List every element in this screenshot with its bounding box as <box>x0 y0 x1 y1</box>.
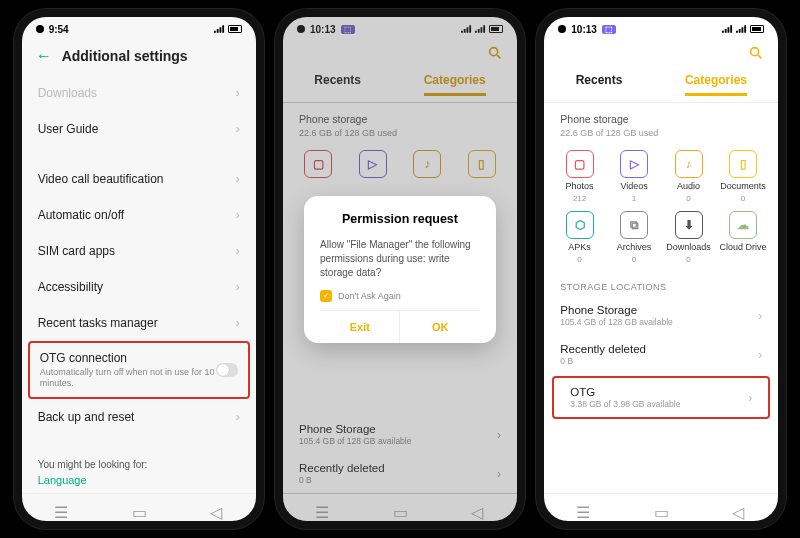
otg-toggle[interactable] <box>216 363 238 377</box>
phone-filemanager-dialog: 10:13⬚ Recents Categories Phone storage … <box>275 9 525 529</box>
category-count: 0 <box>741 194 745 203</box>
chevron-right-icon: › <box>236 208 240 222</box>
category-count: 212 <box>573 194 586 203</box>
category-icon: ♪ <box>675 150 703 178</box>
row-otg-connection[interactable]: OTG connection Automatically turn off wh… <box>30 343 248 397</box>
category-count: 1 <box>632 194 636 203</box>
category-label: Archives <box>617 242 652 252</box>
checkbox-label: Don't Ask Again <box>338 291 401 301</box>
chevron-right-icon: › <box>236 172 240 186</box>
row-user-guide[interactable]: User Guide› <box>22 111 256 147</box>
camera-hole <box>558 25 566 33</box>
chevron-right-icon: › <box>758 309 762 323</box>
search-icon[interactable] <box>748 45 764 61</box>
category-label: Downloads <box>666 242 711 252</box>
svg-point-1 <box>751 48 759 56</box>
dialog-message: Allow "File Manager" the following permi… <box>320 238 480 280</box>
chevron-right-icon: › <box>236 244 240 258</box>
battery-icon <box>750 25 764 33</box>
signal-icon <box>722 25 733 33</box>
settings-list: Downloads› User Guide› Video call beauti… <box>22 75 256 493</box>
category-label: Cloud Drive <box>720 242 767 252</box>
loc-phone-storage[interactable]: Phone Storage105.4 GB of 128 GB availabl… <box>544 296 778 335</box>
clock: 9:54 <box>49 24 69 35</box>
screen: 9:54 ← Additional settings Downloads› Us… <box>22 17 256 521</box>
footer-link-language[interactable]: Language <box>22 474 256 486</box>
exit-button[interactable]: Exit <box>320 311 399 343</box>
screen: 10:13⬚ Recents Categories Phone storage … <box>283 17 517 521</box>
phone-settings: 9:54 ← Additional settings Downloads› Us… <box>14 9 264 529</box>
dialog-checkbox-row[interactable]: ✓ Don't Ask Again <box>320 290 480 302</box>
footer-hint: You might be looking for: <box>22 449 256 474</box>
category-cloud-drive[interactable]: ☁Cloud Drive <box>718 211 769 264</box>
category-icon: ▢ <box>566 150 594 178</box>
chevron-right-icon: › <box>758 348 762 362</box>
row-downloads[interactable]: Downloads› <box>22 75 256 111</box>
status-bar: 9:54 <box>22 17 256 41</box>
row-sim-apps[interactable]: SIM card apps› <box>22 233 256 269</box>
screen: 10:13⬚ Recents Categories Phone storage … <box>544 17 778 521</box>
category-count: 0 <box>686 255 690 264</box>
nav-back-icon[interactable]: ◁ <box>210 503 224 513</box>
category-icon: ▯ <box>729 150 757 178</box>
chevron-right-icon: › <box>236 86 240 100</box>
loc-otg[interactable]: OTG3.38 GB of 3.98 GB available› <box>554 378 768 417</box>
permission-dialog: Permission request Allow "File Manager" … <box>304 196 496 343</box>
category-count: 0 <box>632 255 636 264</box>
category-label: APKs <box>568 242 591 252</box>
modal-overlay: Permission request Allow "File Manager" … <box>283 17 517 521</box>
highlight-otg: OTG connection Automatically turn off wh… <box>28 341 250 399</box>
category-icon: ⬇ <box>675 211 703 239</box>
chevron-right-icon: › <box>236 122 240 136</box>
dialog-title: Permission request <box>320 212 480 226</box>
category-photos[interactable]: ▢Photos212 <box>554 150 605 203</box>
otg-title: OTG connection <box>40 351 216 365</box>
category-icon: ▷ <box>620 150 648 178</box>
row-recent-tasks[interactable]: Recent tasks manager› <box>22 305 256 341</box>
tab-categories[interactable]: Categories <box>685 73 747 96</box>
nav-bar: ☰ ▭ ◁ <box>544 493 778 521</box>
checkbox-icon[interactable]: ✓ <box>320 290 332 302</box>
row-backup[interactable]: Back up and reset› <box>22 399 256 435</box>
badge-icon: ⬚ <box>602 25 616 34</box>
nav-back-icon[interactable]: ◁ <box>732 503 746 513</box>
category-icon: ⧉ <box>620 211 648 239</box>
row-auto-onoff[interactable]: Automatic on/off› <box>22 197 256 233</box>
tab-recents[interactable]: Recents <box>576 73 623 96</box>
category-label: Audio <box>677 181 700 191</box>
camera-hole <box>36 25 44 33</box>
tabs: Recents Categories <box>544 65 778 103</box>
page-header: ← Additional settings <box>22 41 256 75</box>
category-label: Photos <box>566 181 594 191</box>
category-icon: ☁ <box>729 211 757 239</box>
nav-home-icon[interactable]: ▭ <box>132 503 146 513</box>
category-icon: ⬡ <box>566 211 594 239</box>
nav-recent-icon[interactable]: ☰ <box>576 503 590 513</box>
category-apks[interactable]: ⬡APKs0 <box>554 211 605 264</box>
locations-header: STORAGE LOCATIONS <box>544 270 778 296</box>
highlight-otg-storage: OTG3.38 GB of 3.98 GB available› <box>552 376 770 419</box>
category-documents[interactable]: ▯Documents0 <box>718 150 769 203</box>
category-archives[interactable]: ⧉Archives0 <box>609 211 660 264</box>
category-audio[interactable]: ♪Audio0 <box>663 150 714 203</box>
row-video-call[interactable]: Video call beautification› <box>22 161 256 197</box>
otg-sub: Automatically turn off when not in use f… <box>40 367 216 389</box>
ok-button[interactable]: OK <box>399 311 479 343</box>
signal-icon <box>736 25 747 33</box>
category-label: Videos <box>620 181 647 191</box>
chevron-right-icon: › <box>748 391 752 405</box>
row-accessibility[interactable]: Accessibility› <box>22 269 256 305</box>
clock: 10:13 <box>571 24 597 35</box>
category-videos[interactable]: ▷Videos1 <box>609 150 660 203</box>
signal-icon <box>214 25 225 33</box>
nav-bar: ☰ ▭ ◁ <box>22 493 256 521</box>
nav-home-icon[interactable]: ▭ <box>654 503 668 513</box>
chevron-right-icon: › <box>236 316 240 330</box>
nav-recent-icon[interactable]: ☰ <box>54 503 68 513</box>
dialog-buttons: Exit OK <box>320 310 480 343</box>
back-icon[interactable]: ← <box>36 47 52 65</box>
category-downloads[interactable]: ⬇Downloads0 <box>663 211 714 264</box>
loc-recently-deleted[interactable]: Recently deleted0 B› <box>544 335 778 374</box>
status-bar: 10:13⬚ <box>544 17 778 41</box>
storage-sub: 22.6 GB of 128 GB used <box>544 128 778 138</box>
